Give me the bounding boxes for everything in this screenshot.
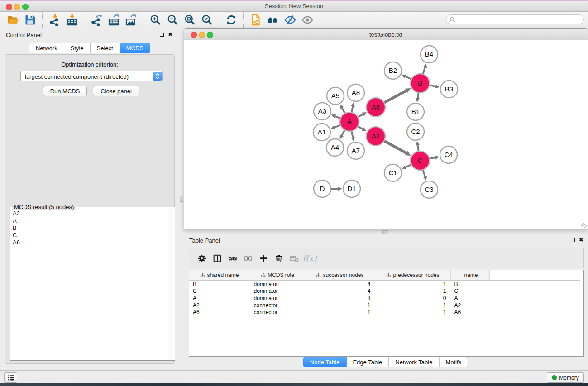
table-cell[interactable]: B bbox=[189, 281, 250, 288]
tab-style[interactable]: Style bbox=[64, 43, 91, 53]
table-cell[interactable]: 1 bbox=[305, 302, 375, 309]
graph-node-C[interactable]: C bbox=[411, 151, 430, 170]
zoom-in-button[interactable] bbox=[147, 13, 164, 27]
table-cell[interactable]: C bbox=[451, 288, 490, 295]
table-cell[interactable]: 0 bbox=[375, 295, 451, 302]
select-all-button[interactable] bbox=[225, 252, 240, 265]
show-hide-panels-button[interactable] bbox=[264, 13, 282, 27]
table-cell[interactable]: dominator bbox=[250, 288, 305, 295]
graph-node-A3[interactable]: A3 bbox=[314, 103, 331, 120]
graph-node-A2[interactable]: A2 bbox=[366, 127, 385, 146]
tab-mcds[interactable]: MCDS bbox=[120, 43, 150, 53]
add-column-button[interactable] bbox=[256, 252, 271, 265]
import-network-button[interactable] bbox=[46, 13, 63, 27]
tab-network[interactable]: Network bbox=[29, 43, 64, 53]
mcds-result-item[interactable]: B bbox=[12, 224, 167, 232]
graph-node-B4[interactable]: B4 bbox=[421, 46, 438, 63]
graph-node-A8[interactable]: A8 bbox=[347, 84, 364, 101]
column-header-predecessor-nodes[interactable]: predecessor nodes bbox=[375, 270, 451, 281]
table-row[interactable]: Bdominator41B bbox=[189, 281, 580, 288]
mcds-result-item[interactable]: C bbox=[12, 232, 167, 239]
export-table-button[interactable] bbox=[105, 13, 122, 27]
table-cell[interactable]: A6 bbox=[189, 309, 250, 316]
column-header-MCDS-role[interactable]: MCDS role bbox=[250, 270, 305, 281]
delete-table-button[interactable] bbox=[287, 252, 302, 265]
zoom-fit-button[interactable] bbox=[181, 13, 198, 27]
splitter-grip-horizontal[interactable] bbox=[382, 230, 388, 234]
graph-node-D[interactable]: D bbox=[314, 180, 331, 197]
table-cell[interactable]: dominator bbox=[250, 281, 305, 288]
float-panel-icon[interactable] bbox=[160, 33, 164, 37]
graph-node-A7[interactable]: A7 bbox=[347, 142, 364, 159]
optimization-criterion-select[interactable]: largest connected component (directed) bbox=[20, 71, 163, 81]
table-cell[interactable]: A2 bbox=[451, 302, 490, 309]
table-cell[interactable]: connector bbox=[250, 302, 305, 309]
graph-node-A6[interactable]: A6 bbox=[366, 98, 385, 117]
tab-select[interactable]: Select bbox=[91, 43, 120, 53]
table-cell[interactable]: A bbox=[189, 295, 250, 302]
import-table-button[interactable] bbox=[63, 13, 81, 27]
tab-network-table[interactable]: Network Table bbox=[389, 357, 439, 367]
control-panel-header[interactable]: Control Panel ✖ bbox=[2, 29, 177, 41]
show-columns-button[interactable] bbox=[210, 252, 225, 265]
table-cell[interactable]: C bbox=[189, 288, 250, 295]
mcds-result-item[interactable]: A bbox=[12, 217, 167, 224]
table-cell[interactable]: 1 bbox=[375, 288, 451, 295]
hide-selected-button[interactable] bbox=[282, 13, 299, 27]
network-window-titlebar[interactable]: testGlobe.txt bbox=[184, 29, 588, 41]
window-resize-grip[interactable] bbox=[581, 223, 587, 228]
table-row[interactable]: Adominator80A bbox=[189, 295, 580, 302]
graph-node-B2[interactable]: B2 bbox=[384, 62, 402, 79]
table-cell[interactable]: connector bbox=[250, 309, 305, 316]
table-cell[interactable]: A2 bbox=[189, 302, 250, 309]
column-header-shared-name[interactable]: shared name bbox=[189, 270, 250, 281]
graph-node-B1[interactable]: B1 bbox=[407, 103, 424, 120]
memory-button[interactable]: Memory bbox=[547, 372, 584, 383]
deselect-all-button[interactable] bbox=[240, 252, 256, 265]
table-cell[interactable]: 4 bbox=[305, 288, 375, 295]
graph-node-B[interactable]: B bbox=[411, 74, 430, 93]
graph-node-C3[interactable]: C3 bbox=[421, 181, 438, 198]
table-cell[interactable]: 1 bbox=[375, 309, 451, 316]
delete-columns-button[interactable] bbox=[271, 252, 287, 265]
table-row[interactable]: Cdominator41C bbox=[189, 288, 580, 295]
table-cell[interactable]: 4 bbox=[305, 281, 375, 288]
export-network-button[interactable] bbox=[88, 13, 105, 27]
graph-node-C1[interactable]: C1 bbox=[384, 164, 402, 181]
float-panel-icon[interactable] bbox=[571, 238, 575, 242]
tab-edge-table[interactable]: Edge Table bbox=[346, 357, 389, 367]
table-cell[interactable]: A6 bbox=[451, 309, 490, 316]
table-cell[interactable]: dominator bbox=[250, 295, 305, 302]
export-image-button[interactable] bbox=[122, 13, 139, 27]
tab-node-table[interactable]: Node Table bbox=[303, 357, 347, 367]
mcds-result-item[interactable]: A6 bbox=[12, 239, 167, 246]
close-panel-button[interactable]: Close panel bbox=[93, 86, 139, 96]
table-cell[interactable]: B bbox=[451, 281, 490, 288]
column-header-successor-nodes[interactable]: successor nodes bbox=[305, 270, 375, 281]
table-cell[interactable]: 1 bbox=[305, 309, 375, 316]
show-all-button[interactable] bbox=[299, 13, 316, 27]
table-cell[interactable]: 8 bbox=[305, 295, 375, 302]
graph-node-D1[interactable]: D1 bbox=[343, 180, 360, 197]
table-settings-button[interactable] bbox=[194, 252, 210, 265]
open-session-button[interactable] bbox=[5, 13, 22, 27]
graph-node-A[interactable]: A bbox=[340, 112, 359, 131]
close-panel-icon[interactable]: ✖ bbox=[579, 237, 583, 243]
function-builder-button[interactable]: f(x) bbox=[302, 252, 317, 265]
save-session-button[interactable] bbox=[22, 13, 39, 27]
task-history-button[interactable] bbox=[4, 372, 17, 383]
table-cell[interactable]: A bbox=[451, 295, 490, 302]
table-row[interactable]: A2connector11A2 bbox=[189, 302, 580, 309]
table-cell[interactable]: 1 bbox=[375, 302, 451, 309]
main-titlebar[interactable]: Session: New Session bbox=[0, 1, 588, 12]
table-row[interactable]: A6connector11A6 bbox=[189, 309, 580, 316]
new-network-button[interactable] bbox=[247, 13, 264, 27]
splitter-grip-vertical[interactable] bbox=[180, 196, 183, 202]
column-header-name[interactable]: name bbox=[451, 270, 490, 281]
table-cell[interactable]: 1 bbox=[375, 281, 451, 288]
search-field[interactable] bbox=[446, 14, 584, 24]
zoom-selected-button[interactable] bbox=[198, 13, 215, 27]
table-panel-header[interactable]: Table Panel ✖ bbox=[183, 234, 588, 246]
zoom-out-button[interactable] bbox=[164, 13, 181, 27]
graph-node-A5[interactable]: A5 bbox=[327, 87, 344, 105]
